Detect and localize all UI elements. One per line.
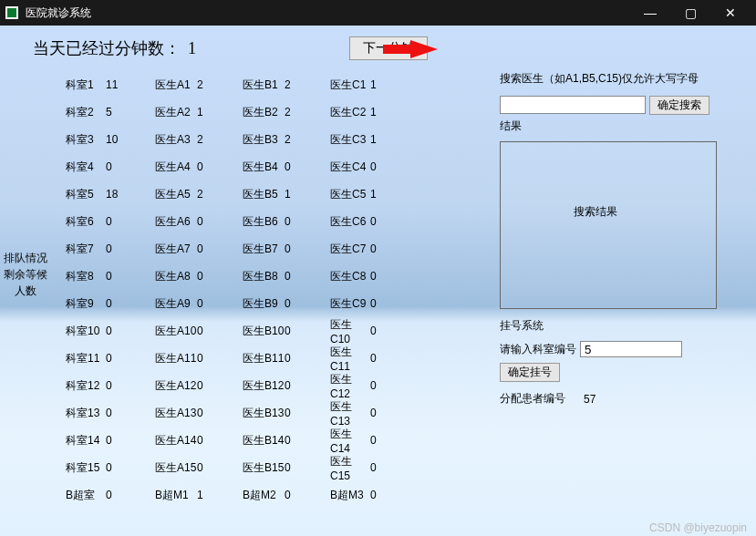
minutes-label: 当天已经过分钟数： bbox=[33, 37, 181, 59]
doctor-b-label: 医生B4 bbox=[243, 160, 285, 175]
search-result-box: 搜索结果 bbox=[500, 141, 717, 309]
doctor-a-count: 0 bbox=[197, 242, 228, 255]
dept-count: 0 bbox=[106, 489, 140, 501]
app-window: 医院就诊系统 — ▢ ✕ 当天已经过分钟数： 1 下一分钟 排队情况 剩余等候人… bbox=[0, 0, 756, 536]
doctor-b-label: 医生B6 bbox=[243, 214, 285, 230]
dept-count: 5 bbox=[106, 106, 140, 119]
table-row: 科室120医生A120医生B120医生C120 bbox=[66, 372, 485, 399]
doctor-c-label: 医生C9 bbox=[330, 296, 370, 312]
window-title: 医院就诊系统 bbox=[26, 5, 630, 21]
doctor-a-label: 医生A12 bbox=[155, 378, 197, 394]
doctor-c-count: 0 bbox=[370, 352, 388, 365]
dept-label: 科室14 bbox=[66, 433, 106, 448]
dept-label: 科室9 bbox=[66, 296, 106, 312]
dept-count: 0 bbox=[106, 461, 140, 474]
assigned-label: 分配患者编号 bbox=[500, 391, 565, 407]
dept-label: B超室 bbox=[66, 488, 106, 503]
doctor-c-count: 0 bbox=[370, 461, 388, 474]
table-row: B超室0B超M11B超M20B超M30 bbox=[66, 481, 485, 509]
doctor-a-label: 医生A5 bbox=[155, 187, 197, 202]
doctor-c-count: 0 bbox=[370, 297, 388, 310]
dept-label: 科室10 bbox=[66, 324, 106, 339]
doctor-b-count: 0 bbox=[285, 270, 316, 283]
doctor-c-count: 0 bbox=[370, 407, 388, 419]
app-icon bbox=[5, 6, 18, 19]
doctor-b-count: 0 bbox=[285, 352, 316, 365]
register-section-label: 挂号系统 bbox=[500, 318, 739, 334]
dept-label: 科室7 bbox=[66, 242, 106, 257]
doctor-b-label: 医生B11 bbox=[243, 351, 285, 366]
doctor-b-label: 医生B7 bbox=[243, 242, 285, 257]
dept-count: 0 bbox=[106, 297, 140, 310]
doctor-a-label: 医生A9 bbox=[155, 296, 197, 312]
doctor-c-count: 1 bbox=[370, 133, 388, 146]
dept-count: 11 bbox=[106, 78, 140, 91]
search-hint: 搜索医生（如A1,B5,C15)仅允许大写字母 bbox=[500, 71, 739, 87]
doctor-a-count: 0 bbox=[197, 461, 228, 474]
doctor-a-count: 1 bbox=[197, 106, 228, 119]
doctor-a-label: 医生A10 bbox=[155, 324, 197, 339]
doctor-a-label: 医生A6 bbox=[155, 214, 197, 230]
doctor-b-label: B超M2 bbox=[243, 488, 285, 503]
doctor-b-count: 0 bbox=[285, 379, 316, 392]
doctor-a-label: 医生A4 bbox=[155, 160, 197, 175]
doctor-a-count: 2 bbox=[197, 133, 228, 146]
doctor-a-label: 医生A13 bbox=[155, 406, 197, 421]
table-row: 科室40医生A40医生B40医生C40 bbox=[66, 153, 485, 180]
dept-count: 0 bbox=[106, 407, 140, 419]
doctor-b-label: 医生B3 bbox=[243, 132, 285, 148]
dept-number-input[interactable] bbox=[580, 341, 682, 357]
maximize-button[interactable]: ▢ bbox=[670, 0, 710, 26]
table-row: 科室110医生A110医生B110医生C110 bbox=[66, 345, 485, 372]
doctor-a-count: 0 bbox=[197, 407, 228, 419]
title-bar: 医院就诊系统 — ▢ ✕ bbox=[0, 0, 756, 26]
dept-count: 0 bbox=[106, 270, 140, 283]
main-body: 排队情况 剩余等候人数 科室111医生A12医生B12医生C11科室25医生A2… bbox=[0, 71, 756, 509]
doctor-b-label: 医生B8 bbox=[243, 269, 285, 284]
register-button[interactable]: 确定挂号 bbox=[500, 363, 560, 382]
doctor-b-count: 0 bbox=[285, 489, 316, 501]
doctor-c-label: 医生C7 bbox=[330, 242, 370, 257]
doctor-a-count: 2 bbox=[197, 78, 228, 91]
dept-label: 科室4 bbox=[66, 160, 106, 175]
doctor-a-count: 0 bbox=[197, 297, 228, 310]
search-button[interactable]: 确定搜索 bbox=[649, 96, 709, 115]
doctor-b-label: 医生B13 bbox=[243, 406, 285, 421]
doctor-c-count: 0 bbox=[370, 379, 388, 392]
dept-label: 科室12 bbox=[66, 378, 106, 394]
close-button[interactable]: ✕ bbox=[710, 0, 751, 26]
dept-count: 0 bbox=[106, 242, 140, 255]
table-row: 科室80医生A80医生B80医生C80 bbox=[66, 263, 485, 290]
doctor-c-count: 0 bbox=[370, 160, 388, 173]
table-row: 科室310医生A32医生B32医生C31 bbox=[66, 126, 485, 153]
doctor-a-label: 医生A14 bbox=[155, 433, 197, 448]
doctor-b-label: 医生B14 bbox=[243, 433, 285, 448]
doctor-b-label: 医生B2 bbox=[243, 105, 285, 120]
search-input[interactable] bbox=[500, 96, 646, 114]
dept-label: 科室11 bbox=[66, 351, 106, 366]
doctor-c-label: B超M3 bbox=[330, 488, 370, 503]
dept-count: 18 bbox=[106, 188, 140, 201]
doctor-a-label: 医生A1 bbox=[155, 77, 197, 93]
doctor-c-count: 1 bbox=[370, 78, 388, 91]
doctor-c-label: 医生C10 bbox=[330, 317, 370, 345]
doctor-b-label: 医生B15 bbox=[243, 460, 285, 476]
result-label: 结果 bbox=[500, 119, 739, 134]
doctor-a-label: 医生A11 bbox=[155, 351, 197, 366]
doctor-c-label: 医生C12 bbox=[330, 372, 370, 400]
dept-label: 科室8 bbox=[66, 269, 106, 284]
doctor-b-count: 2 bbox=[285, 133, 316, 146]
doctor-b-count: 2 bbox=[285, 78, 316, 91]
doctor-a-count: 0 bbox=[197, 379, 228, 392]
table-row: 科室90医生A90医生B90医生C90 bbox=[66, 290, 485, 317]
table-row: 科室130医生A130医生B130医生C130 bbox=[66, 399, 485, 427]
doctor-c-count: 1 bbox=[370, 106, 388, 119]
doctor-c-label: 医生C6 bbox=[330, 214, 370, 230]
content-area: 当天已经过分钟数： 1 下一分钟 排队情况 剩余等候人数 科室111医生A12医… bbox=[0, 26, 756, 536]
doctor-b-count: 0 bbox=[285, 325, 316, 337]
watermark: CSDN @biyezuopin bbox=[649, 521, 747, 534]
doctor-a-count: 0 bbox=[197, 434, 228, 447]
minimize-button[interactable]: — bbox=[630, 0, 670, 26]
table-row: 科室140医生A140医生B140医生C140 bbox=[66, 427, 485, 454]
dept-label: 科室6 bbox=[66, 214, 106, 230]
